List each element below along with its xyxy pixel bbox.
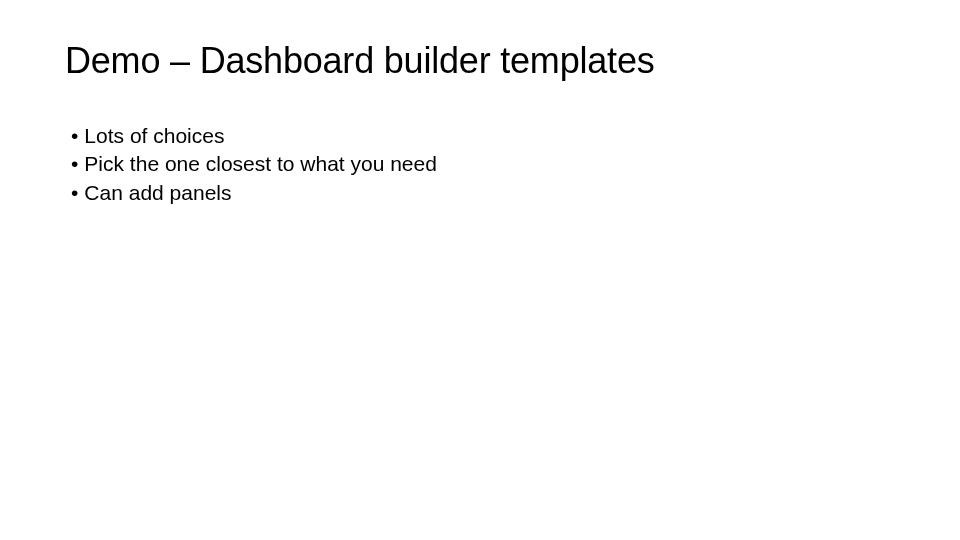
bullet-text: Can add panels: [84, 179, 231, 207]
bullet-icon: •: [71, 122, 78, 150]
list-item: • Can add panels: [71, 179, 895, 207]
list-item: • Lots of choices: [71, 122, 895, 150]
bullet-list: • Lots of choices • Pick the one closest…: [65, 122, 895, 207]
bullet-text: Pick the one closest to what you need: [84, 150, 437, 178]
bullet-icon: •: [71, 179, 78, 207]
slide-title: Demo – Dashboard builder templates: [65, 40, 895, 82]
bullet-text: Lots of choices: [84, 122, 224, 150]
bullet-icon: •: [71, 150, 78, 178]
list-item: • Pick the one closest to what you need: [71, 150, 895, 178]
